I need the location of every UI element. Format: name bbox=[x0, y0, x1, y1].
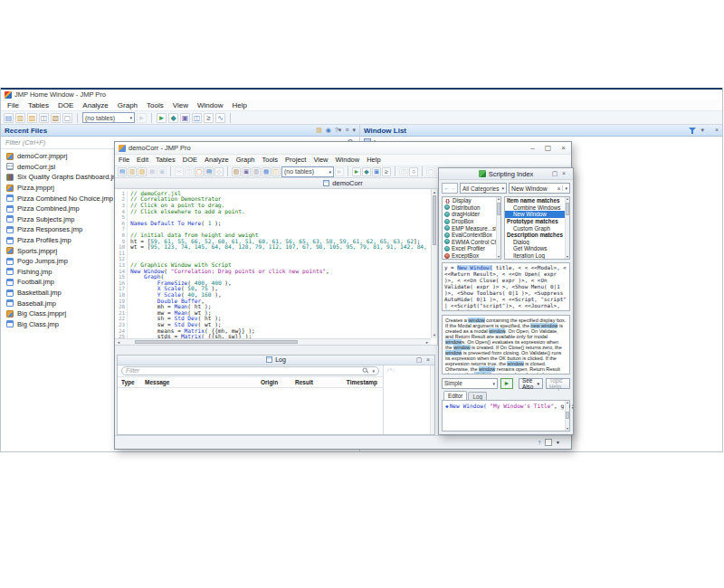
scroll-to-top-icon[interactable]: ↑ bbox=[538, 439, 541, 447]
paste-icon[interactable]: ▢ bbox=[195, 167, 204, 176]
editor-horizontal-scrollbar[interactable]: ◄ ► bbox=[115, 338, 431, 345]
si-example-editor[interactable]: ◆ New Window( "My Window's Title", g ); … bbox=[442, 400, 570, 432]
scroll-left-icon[interactable]: ◄ bbox=[117, 339, 120, 345]
scroll-up-icon[interactable]: ▲ bbox=[497, 197, 500, 201]
code-line[interactable]: 4// Click elsewhere to add a point. bbox=[115, 209, 431, 215]
data-table-icon[interactable]: ▤ bbox=[205, 167, 214, 176]
home-menu-help[interactable]: Help bbox=[227, 101, 251, 109]
democorr-titlebar[interactable]: demoCorr - JMP Pro – ▢ × bbox=[115, 142, 571, 155]
copy-script-icon[interactable]: ◫ bbox=[399, 167, 408, 176]
print-icon[interactable]: ▥ bbox=[252, 167, 261, 176]
filter-options-icon[interactable]: ▾ bbox=[372, 368, 375, 374]
log-column-header[interactable]: Type bbox=[121, 379, 135, 385]
close-panel-icon[interactable]: × bbox=[715, 127, 719, 134]
new-window-icon[interactable]: ◫ bbox=[192, 113, 202, 123]
user-icon[interactable]: ◉ bbox=[326, 127, 331, 134]
save-all-icon[interactable]: ▣ bbox=[157, 167, 167, 176]
tab-editor[interactable]: Editor bbox=[443, 391, 467, 400]
log-column-header[interactable]: Timestamp bbox=[347, 379, 377, 385]
democorr-menu-tables[interactable]: Tables bbox=[152, 156, 179, 164]
run-table-script-icon[interactable]: ► bbox=[335, 167, 344, 176]
si-category-item[interactable]: EWMA Control Chart bbox=[443, 239, 496, 246]
journal-icon[interactable]: ▧ bbox=[51, 113, 61, 123]
tables-combo[interactable]: (no tables)▾ bbox=[82, 112, 135, 123]
scroll-up-icon[interactable]: ▲ bbox=[432, 190, 437, 194]
democorr-menu-file[interactable]: File bbox=[115, 156, 133, 164]
scrollbar-thumb[interactable] bbox=[135, 340, 298, 344]
si-category-item[interactable]: ExceptBox bbox=[443, 252, 496, 260]
si-match-item[interactable]: Custom Graph bbox=[505, 224, 565, 232]
open-file-icon[interactable]: ▨ bbox=[138, 167, 147, 176]
search-options-icon[interactable]: ▾ bbox=[562, 185, 567, 191]
back-icon[interactable]: ← bbox=[444, 185, 450, 191]
si-category-item[interactable]: Distribution bbox=[443, 204, 496, 212]
si-match-item[interactable]: New Window bbox=[505, 211, 565, 218]
si-category-item[interactable]: EMP Measure...stems Analysis bbox=[443, 224, 496, 232]
scripting-index-titlebar[interactable]: Scripting Index ▢ × bbox=[439, 168, 573, 180]
script-editor[interactable]: 1// demoCorr.jsl2// Correlation Demonstr… bbox=[115, 189, 438, 346]
copy-icon[interactable]: ◫ bbox=[39, 113, 49, 123]
log-body[interactable] bbox=[118, 388, 383, 434]
topic-help-button[interactable]: Topic Help bbox=[546, 378, 570, 389]
run-example-button[interactable]: ► bbox=[500, 378, 513, 389]
log-titlebar[interactable]: Log ▢ × bbox=[118, 356, 434, 365]
minimize-button[interactable]: – bbox=[525, 142, 540, 154]
home-menu-analyze[interactable]: Analyze bbox=[78, 101, 112, 109]
si-match-item[interactable]: Iteration Log bbox=[505, 252, 565, 260]
new-window-icon[interactable]: ◫ bbox=[272, 167, 281, 176]
democorr-menu-view[interactable]: View bbox=[310, 156, 331, 164]
log-column-header[interactable]: Message bbox=[145, 379, 169, 385]
new-data-table-icon[interactable]: ▤ bbox=[118, 167, 127, 176]
home-menu-tables[interactable]: Tables bbox=[24, 101, 53, 109]
log-column-header[interactable]: Origin bbox=[261, 379, 278, 385]
si-category-list[interactable]: {}DisplayDistributiondragHolderDropBoxEM… bbox=[442, 196, 501, 260]
help-menu-icon[interactable]: ?▾ bbox=[335, 127, 341, 134]
preview-icon[interactable]: ▦ bbox=[262, 167, 271, 176]
home-menu-doe[interactable]: DOE bbox=[53, 101, 78, 109]
scroll-up-icon[interactable]: ▲ bbox=[566, 401, 569, 404]
status-dropdown-icon[interactable]: ▼ bbox=[556, 440, 560, 445]
export-icon[interactable]: ◆ bbox=[362, 167, 371, 176]
code-area[interactable]: 1// demoCorr.jsl2// Correlation Demonstr… bbox=[115, 189, 431, 338]
code-line[interactable]: 6Names Default To Here( 1 ); bbox=[115, 221, 431, 227]
si-search-input[interactable]: New Window × ▾ bbox=[509, 183, 570, 194]
log-window-icon[interactable]: ≥ bbox=[382, 167, 391, 176]
home-menu-graph[interactable]: Graph bbox=[113, 101, 142, 109]
open-file-icon[interactable]: ▨ bbox=[27, 113, 37, 123]
search-icon[interactable]: ○ bbox=[409, 167, 418, 176]
log-window-icon[interactable]: ≥ bbox=[204, 113, 214, 123]
scroll-down-icon[interactable]: ▼ bbox=[566, 427, 569, 431]
si-category-item[interactable]: Excel Profiler bbox=[443, 245, 496, 252]
graph-builder-icon[interactable]: ∿ bbox=[215, 113, 225, 123]
democorr-menu-graph[interactable]: Graph bbox=[233, 156, 259, 164]
scrollbar-thumb[interactable] bbox=[566, 203, 569, 215]
si-match-item[interactable]: Dialog bbox=[505, 239, 565, 246]
log-column-header[interactable]: Result bbox=[295, 379, 313, 385]
scrollbar-thumb[interactable] bbox=[497, 203, 500, 215]
open-folder-icon[interactable]: ▨ bbox=[316, 127, 322, 134]
editor-scrollbar[interactable]: ▲ ▼ bbox=[565, 401, 569, 431]
log-filter-input[interactable]: Filter ▾ bbox=[121, 366, 379, 375]
status-box-icon[interactable] bbox=[545, 439, 552, 446]
window-icon[interactable]: ▣ bbox=[372, 167, 381, 176]
maximize-button[interactable]: ▢ bbox=[540, 142, 556, 154]
si-category-item[interactable]: EvalContextBox bbox=[443, 232, 496, 239]
si-category-item[interactable]: DropBox bbox=[443, 218, 496, 225]
home-menu-view[interactable]: View bbox=[168, 101, 193, 109]
undock-log-icon[interactable]: ▢ bbox=[414, 356, 424, 364]
undock-si-icon[interactable]: ▢ bbox=[550, 170, 559, 177]
collapse-chevron-icon[interactable]: ▾ bbox=[352, 127, 356, 134]
cut-icon[interactable]: ✂ bbox=[175, 167, 184, 176]
democorr-menu-edit[interactable]: Edit bbox=[133, 156, 152, 164]
si-match-item[interactable]: Get Windows bbox=[505, 245, 565, 252]
run-script-icon[interactable]: ► bbox=[352, 167, 361, 176]
close-button[interactable]: × bbox=[556, 142, 571, 154]
scroll-down-icon[interactable]: ▼ bbox=[432, 333, 437, 337]
journal-icon[interactable]: ▧ bbox=[232, 167, 241, 176]
home-menu-tools[interactable]: Tools bbox=[142, 101, 168, 109]
democorr-menu-tools[interactable]: Tools bbox=[259, 156, 282, 164]
category-combo[interactable]: All Categories ▾ bbox=[460, 183, 507, 194]
code-line[interactable]: 10wt = [95, 123, 74, 145, 64, 84, 128, 7… bbox=[115, 244, 431, 251]
tab-log[interactable]: Log bbox=[468, 392, 487, 400]
si-match-item[interactable]: Combine Windows bbox=[505, 204, 565, 212]
